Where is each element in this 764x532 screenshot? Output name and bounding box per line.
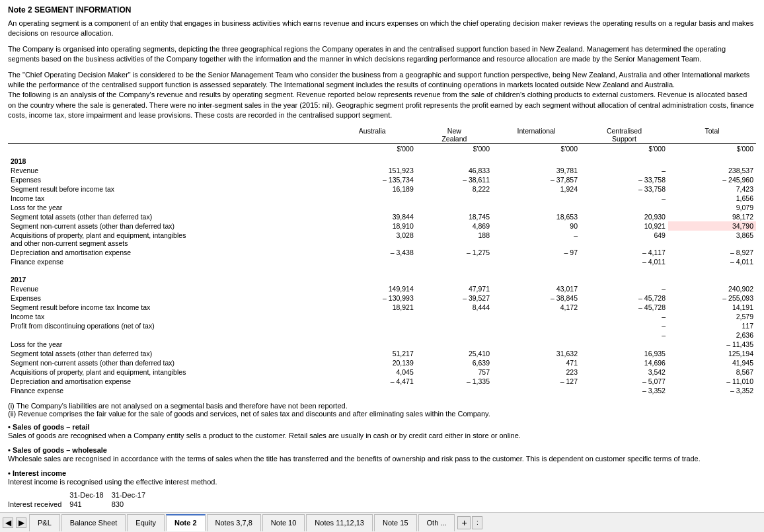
cell-nz: – 38,611 [416,175,492,184]
cell-nz: – 1,335 [416,377,492,386]
year-2018-header: 2018 [8,153,756,166]
cell-aus: – 135,734 [328,175,416,184]
cell-cs: – [580,321,668,330]
cell-nz [416,330,492,340]
col-total-header: Total [668,126,756,144]
table-row: Expenses – 130,993 – 39,527 – 38,845 – 4… [8,293,756,303]
tab-more-icon: : [477,519,478,526]
cell-cs: – 33,758 [580,184,668,194]
tab-more-button[interactable]: : [472,516,482,529]
row-label: Depreciation and amortisation expense [8,377,328,386]
table-row: Segment result before income tax Income … [8,303,756,312]
tab-oth[interactable]: Oth ... [418,514,455,531]
cell-cs: – 45,728 [580,293,668,303]
tab-balance-sheet[interactable]: Balance Sheet [61,514,126,531]
cell-cs: 3,542 [580,367,668,377]
cell-tot: 8,567 [668,367,756,377]
table-row: Income tax – 1,656 [8,194,756,203]
cell-nz [416,340,492,349]
currency-cs: $'000 [580,143,668,153]
row-label: Segment total assets (other than deferre… [8,212,328,221]
table-row: Income tax – 2,579 [8,312,756,321]
interest-income-text: Interest income is recognised using the … [8,477,756,487]
cell-int: – 38,845 [492,293,580,303]
cell-cs: 20,930 [580,212,668,221]
year-2018-label: 2018 [8,153,756,166]
cell-cs: 10,921 [580,221,668,231]
cell-int: – [492,231,580,248]
note-title: Note 2 SEGMENT INFORMATION [8,5,756,15]
row-label: Finance expense [8,257,328,266]
tab-note15[interactable]: Note 15 [374,514,417,531]
tab-next-button[interactable]: ▶ [16,517,26,528]
cell-nz: 25,410 [416,349,492,358]
currency-label [8,143,328,153]
tab-oth-label: Oth ... [427,519,447,527]
paragraph-2: The Company is organised into operating … [8,44,756,65]
cell-nz: 757 [416,367,492,377]
year-2017-header: 2017 [8,272,756,284]
tab-note2[interactable]: Note 2 [166,514,206,531]
tab-add-button[interactable]: + [457,516,471,529]
row-label: Expenses [8,293,328,303]
cell-nz: – 39,527 [416,293,492,303]
cell-tot: 240,902 [668,284,756,293]
cell-int: 4,172 [492,303,580,312]
row-label: Loss for the year [8,340,328,349]
paragraph-1: An operating segment is a component of a… [8,19,756,39]
cell-int: 43,017 [492,284,580,293]
tab-notes111213-label: Notes 11,12,13 [315,519,364,527]
cell-int: 223 [492,367,580,377]
tab-balance-sheet-label: Balance Sheet [70,519,118,527]
table-row: Loss for the year 9,079 [8,203,756,212]
tab-note15-label: Note 15 [383,519,408,527]
cell-nz: 4,869 [416,221,492,231]
cell-cs [580,203,668,212]
interest-data-row: Interest received 941 830 [8,500,153,509]
tab-prev-button[interactable]: ◀ [3,517,13,528]
cell-int [492,257,580,266]
cell-aus: 18,921 [328,303,416,312]
tab-note10[interactable]: Note 10 [262,514,305,531]
table-row: Loss for the year – 11,435 [8,340,756,349]
cell-tot: 7,423 [668,184,756,194]
tab-notes378[interactable]: Notes 3,7,8 [207,514,261,531]
cell-nz [416,312,492,321]
interest-col-label [8,490,69,500]
cell-int: – 127 [492,377,580,386]
cell-aus [328,386,416,395]
cell-int: – 37,857 [492,175,580,184]
table-row: Revenue 151,923 46,833 39,781 – 238,537 [8,166,756,175]
cell-cs: – [580,312,668,321]
cell-nz [416,386,492,395]
cell-nz [416,203,492,212]
cell-nz: 46,833 [416,166,492,175]
cell-cs: – 33,758 [580,175,668,184]
tab-equity[interactable]: Equity [127,514,165,531]
cell-tot: 117 [668,321,756,330]
tab-pl[interactable]: P&L [29,514,60,531]
cell-int: 1,924 [492,184,580,194]
year-2017-label: 2017 [8,272,756,284]
cell-tot: 1,656 [668,194,756,203]
table-header-row: Australia NewZealand International Centr… [8,126,756,144]
cell-nz: 18,745 [416,212,492,221]
cell-tot: 3,865 [668,231,756,248]
table-row: – 2,636 [8,330,756,340]
cell-tot: – 245,960 [668,175,756,184]
cell-tot: – 11,435 [668,340,756,349]
row-label: Loss for the year [8,203,328,212]
tab-add-icon: + [461,517,467,528]
cell-int [492,330,580,340]
currency-row: $'000 $'000 $'000 $'000 $'000 [8,143,756,153]
cell-tot: 9,079 [668,203,756,212]
tab-notes111213[interactable]: Notes 11,12,13 [306,514,373,531]
cell-int [492,386,580,395]
col-centralised-header: CentralisedSupport [580,126,668,144]
sales-wholesale-text: Wholesale sales are recognised in accord… [8,454,756,464]
cell-cs [580,340,668,349]
table-row: Segment result before income tax 16,189 … [8,184,756,194]
cell-int: 31,632 [492,349,580,358]
cell-aus: 39,844 [328,212,416,221]
cell-aus: 4,045 [328,367,416,377]
